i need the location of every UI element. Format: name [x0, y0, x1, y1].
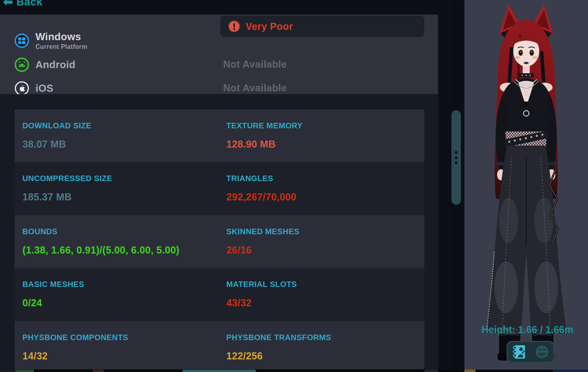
avatar-height-label: Height: 1.66 / 1.66m — [481, 324, 573, 335]
stat-label: BASIC MESHES — [22, 280, 84, 289]
avatar-details-button[interactable] — [511, 344, 527, 360]
stat-value: 14/32 — [22, 350, 48, 362]
stat-label: SKINNED MESHES — [226, 227, 300, 236]
platform-name: iOS — [35, 82, 54, 94]
stat-row-physbones: PHYSBONE COMPONENTS 14/32 PHYSBONE TRANS… — [15, 321, 424, 369]
stat-label: BOUNDS — [22, 227, 57, 236]
stat-value: 26/16 — [226, 244, 251, 256]
stat-row-basic-material: BASIC MESHES 0/24 MATERIAL SLOTS 43/32 — [15, 268, 424, 321]
stat-cell: UNCOMPRESSED SIZE 185.37 MB — [15, 162, 226, 215]
emotes-button[interactable] — [534, 344, 550, 360]
stat-row-uncompressed-triangles: UNCOMPRESSED SIZE 185.37 MB TRIANGLES 29… — [15, 162, 424, 215]
emotes-icon — [535, 345, 549, 359]
world-background-strip — [0, 370, 588, 372]
scrollbar-thumb[interactable] — [451, 110, 461, 205]
avatar-details-icon — [512, 344, 527, 360]
apple-icon — [15, 81, 29, 96]
stat-cell: BASIC MESHES 0/24 — [15, 268, 226, 321]
performance-rank-badge: Very Poor — [220, 16, 424, 37]
stat-value: 128.90 MB — [226, 139, 276, 150]
warning-icon — [228, 20, 240, 32]
stat-cell: PHYSBONE COMPONENTS 14/32 — [15, 321, 226, 369]
stat-label: DOWNLOAD SIZE — [22, 121, 91, 130]
stat-cell: SKINNED MESHES 26/16 — [218, 215, 424, 268]
stat-cell: TEXTURE MEMORY 128.90 MB — [218, 109, 424, 162]
platform-panel: Windows Current Platform Very Poor — [0, 15, 438, 94]
stat-label: UNCOMPRESSED SIZE — [22, 174, 112, 183]
stat-label: MATERIAL SLOTS — [226, 280, 297, 289]
stat-value: 43/32 — [226, 297, 251, 309]
scrollbar-grip-dot — [455, 156, 458, 159]
stat-value: 292,267/70,000 — [226, 191, 296, 203]
stat-value: 0/24 — [22, 297, 42, 309]
stat-label: TEXTURE MEMORY — [226, 121, 303, 130]
performance-rank-label: Very Poor — [246, 21, 293, 32]
stat-label: PHYSBONE COMPONENTS — [22, 333, 128, 342]
stat-cell: TRIANGLES 292,267/70,000 — [218, 162, 424, 215]
back-label: Back — [17, 0, 43, 8]
back-arrow-icon: ⬅ — [3, 0, 13, 8]
stat-row-bounds-skinned: BOUNDS (1.38, 1.66, 0.91)/(5.00, 6.00, 5… — [15, 215, 424, 268]
stat-value: 122/256 — [226, 350, 263, 362]
stat-cell: DOWNLOAD SIZE 38.07 MB — [15, 109, 226, 162]
windows-icon — [15, 33, 29, 48]
scrollbar-grip-dot — [455, 151, 458, 154]
stat-cell: PHYSBONE TRANSFORMS 122/256 — [218, 321, 424, 369]
platform-name: Windows — [35, 31, 81, 43]
avatar-image: Height: 1.66 / 1.66m — [464, 0, 588, 372]
stat-cell: BOUNDS (1.38, 1.66, 0.91)/(5.00, 6.00, 5… — [15, 215, 226, 268]
android-icon — [15, 57, 29, 72]
scrollbar-grip-dot — [455, 161, 458, 164]
stat-row-download-texture: DOWNLOAD SIZE 38.07 MB TEXTURE MEMORY 12… — [15, 109, 424, 162]
stat-value: (1.38, 1.66, 0.91)/(5.00, 6.00, 5.00) — [22, 244, 179, 256]
stat-cell: MATERIAL SLOTS 43/32 — [218, 268, 424, 321]
avatar-actions-bar — [507, 341, 555, 363]
platform-status: Not Available — [223, 59, 287, 70]
stat-value: 38.07 MB — [22, 139, 66, 150]
avatar-details-screen: ⬅ Back Windows Current Platform Very P — [0, 0, 588, 372]
stat-value: 185.37 MB — [22, 191, 72, 203]
platform-subtitle: Current Platform — [35, 43, 87, 50]
platform-name: Android — [35, 59, 76, 71]
scrollbar-track[interactable] — [451, 1, 461, 372]
avatar-3d-viewport[interactable]: Height: 1.66 / 1.66m — [464, 0, 588, 372]
stat-label: PHYSBONE TRANSFORMS — [226, 333, 331, 342]
back-button[interactable]: ⬅ Back — [3, 0, 43, 8]
platform-status: Not Available — [223, 82, 287, 94]
stat-label: TRIANGLES — [226, 174, 273, 183]
